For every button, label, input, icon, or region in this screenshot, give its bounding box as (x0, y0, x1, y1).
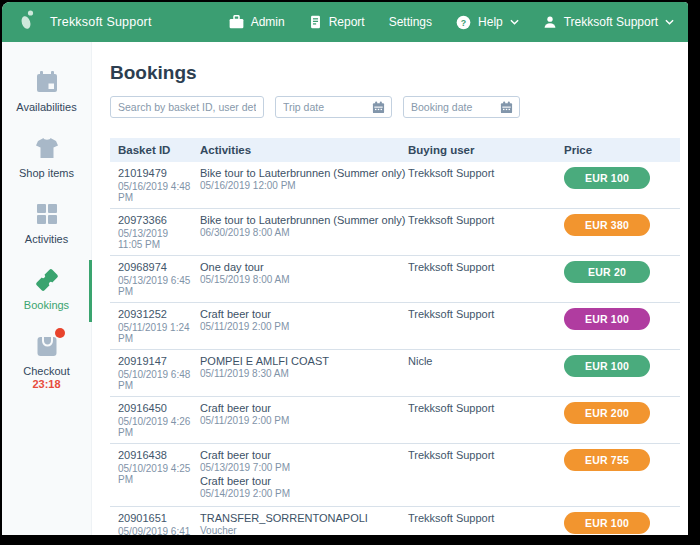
table-body: 21019479 05/16/2019 4:48 PM Bike tour to… (110, 162, 680, 535)
table-row[interactable]: 20916438 05/10/2019 4:25 PM Craft beer t… (110, 444, 680, 507)
price-badge[interactable]: EUR 755 (564, 449, 650, 471)
chevron-down-icon (665, 19, 674, 25)
brand-name: Trekksoft Support (50, 15, 152, 29)
trip-date-input[interactable] (275, 96, 392, 118)
activity-trip-date: 05/16/2019 12:00 PM (200, 180, 408, 191)
table-header: Basket ID Activities Buying user Price (110, 138, 680, 162)
booking-created-date: 05/13/2019 6:45 PM (118, 275, 194, 297)
buying-user: Trekksoft Support (408, 402, 564, 414)
price-badge[interactable]: EUR 100 (564, 355, 650, 377)
activity-title[interactable]: Craft beer tour (200, 402, 408, 414)
sidebar-item-activities[interactable]: Activities (2, 200, 91, 262)
account-label: Trekksoft Support (564, 15, 658, 29)
table-row[interactable]: 20916450 05/10/2019 4:26 PM Craft beer t… (110, 397, 680, 444)
active-indicator (89, 260, 92, 322)
booking-created-date: 05/10/2019 6:48 PM (118, 369, 194, 391)
table-row[interactable]: 21019479 05/16/2019 4:48 PM Bike tour to… (110, 162, 680, 209)
sidebar-item-label: Availabilities (16, 101, 76, 113)
basket-id[interactable]: 21019479 (118, 167, 200, 179)
booking-created-date: 05/10/2019 4:25 PM (118, 463, 194, 485)
price-badge[interactable]: EUR 380 (564, 214, 650, 236)
booking-date-input[interactable] (403, 96, 520, 118)
basket-id[interactable]: 20919147 (118, 355, 200, 367)
sidebar-item-bookings[interactable]: Bookings (2, 266, 91, 328)
activities-cell: TRANSFER_SORRENTONAPOLIVoucher (200, 512, 408, 535)
activity-title[interactable]: One day tour (200, 261, 408, 273)
booking-date-filter (403, 96, 520, 118)
table-row[interactable]: 20931252 05/11/2019 1:24 PM Craft beer t… (110, 303, 680, 350)
price-badge[interactable]: EUR 20 (564, 261, 650, 283)
bookings-table: Basket ID Activities Buying user Price 2… (110, 138, 680, 535)
basket-id[interactable]: 20901651 (118, 512, 200, 524)
activity-trip-date: 05/11/2019 8:30 AM (200, 368, 408, 379)
table-row[interactable]: 20973366 05/13/2019 11:05 PM Bike tour t… (110, 209, 680, 256)
sidebar-item-label: Shop items (19, 167, 74, 179)
settings-label: Settings (389, 15, 432, 29)
account-menu-item[interactable]: Trekksoft Support (543, 15, 674, 29)
bag-icon (34, 332, 60, 360)
tshirt-icon (34, 134, 60, 162)
sidebar-item-availabilities[interactable]: Availabilities (2, 68, 91, 130)
page-title: Bookings (110, 62, 688, 84)
basket-id[interactable]: 20916438 (118, 449, 200, 461)
basket-id[interactable]: 20973366 (118, 214, 200, 226)
search-input[interactable] (110, 96, 264, 118)
table-row[interactable]: 20901651 05/09/2019 6:41 PM TRANSFER_SOR… (110, 507, 680, 535)
app-window: Trekksoft Support Admin (2, 2, 688, 535)
brand[interactable]: Trekksoft Support (18, 9, 152, 35)
activity-title[interactable]: Craft beer tour (200, 449, 408, 461)
buying-user: Trekksoft Support (408, 214, 564, 226)
price-badge[interactable]: EUR 100 (564, 167, 650, 189)
basket-id[interactable]: 20931252 (118, 308, 200, 320)
activity-title[interactable]: Craft beer tour (200, 308, 408, 320)
booking-created-date: 05/10/2019 4:26 PM (118, 416, 194, 438)
activity-title[interactable]: POMPEI E AMLFI COAST (200, 355, 408, 367)
filters-bar (110, 96, 688, 118)
buying-user: Nicle (408, 355, 564, 367)
notification-dot (55, 328, 65, 338)
activities-cell: Bike tour to Lauterbrunnen (Summer only)… (200, 167, 408, 203)
sidebar-item-label: Bookings (24, 299, 69, 311)
table-row[interactable]: 20968974 05/13/2019 6:45 PM One day tour… (110, 256, 680, 303)
chevron-down-icon (510, 19, 519, 25)
basket-id[interactable]: 20916450 (118, 402, 200, 414)
sidebar: Availabilities Shop items (2, 42, 92, 535)
activity-title[interactable]: TRANSFER_SORRENTONAPOLI (200, 512, 408, 524)
activity-title[interactable]: Bike tour to Lauterbrunnen (Summer only) (200, 214, 408, 226)
report-label: Report (329, 15, 365, 29)
svg-text:?: ? (461, 17, 466, 27)
price-badge[interactable]: EUR 100 (564, 512, 650, 534)
grid-icon (35, 200, 59, 228)
activities-cell: POMPEI E AMLFI COAST05/11/2019 8:30 AM (200, 355, 408, 391)
admin-menu-item[interactable]: Admin (229, 15, 285, 29)
buying-user: Trekksoft Support (408, 449, 564, 461)
booking-created-date: 05/16/2019 4:48 PM (118, 181, 194, 203)
buying-user: Trekksoft Support (408, 167, 564, 179)
report-menu-item[interactable]: Report (309, 15, 365, 29)
activity-title[interactable]: Craft beer tour (200, 475, 408, 487)
column-header-buying-user: Buying user (408, 144, 564, 156)
activity-trip-date: 05/15/2019 8:00 AM (200, 274, 408, 285)
activity-trip-date: 05/11/2019 2:00 PM (200, 415, 408, 426)
sidebar-item-label: Checkout (23, 365, 69, 377)
activities-cell: Craft beer tour05/11/2019 2:00 PM (200, 308, 408, 344)
report-icon (309, 15, 322, 29)
settings-menu-item[interactable]: Settings (389, 15, 432, 29)
sidebar-item-label: Activities (25, 233, 68, 245)
activity-trip-date: 06/30/2019 8:00 AM (200, 227, 408, 238)
price-badge[interactable]: EUR 100 (564, 308, 650, 330)
table-row[interactable]: 20919147 05/10/2019 6:48 PM POMPEI E AML… (110, 350, 680, 397)
activity-title[interactable]: Bike tour to Lauterbrunnen (Summer only) (200, 167, 408, 179)
help-menu-item[interactable]: ? Help (456, 15, 519, 30)
price-badge[interactable]: EUR 200 (564, 402, 650, 424)
trip-date-filter (275, 96, 392, 118)
checkout-timer: 23:18 (32, 378, 60, 390)
sidebar-item-shop-items[interactable]: Shop items (2, 134, 91, 196)
admin-label: Admin (251, 15, 285, 29)
briefcase-icon (229, 15, 244, 29)
ticket-icon (33, 266, 61, 294)
sidebar-item-checkout[interactable]: Checkout 23:18 (2, 332, 91, 394)
basket-id[interactable]: 20968974 (118, 261, 200, 273)
footprint-logo-icon (18, 9, 36, 35)
help-label: Help (478, 15, 503, 29)
